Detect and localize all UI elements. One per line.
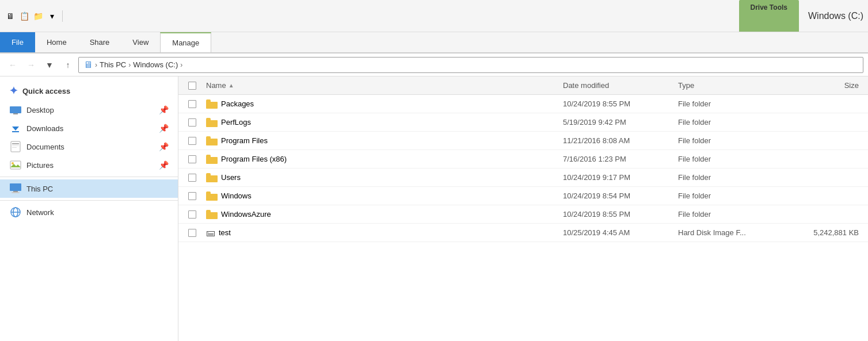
row-date: 5/19/2019 9:42 PM bbox=[558, 118, 673, 127]
table-row[interactable]: Program Files 11/21/2016 8:08 AM File fo… bbox=[178, 132, 868, 150]
pictures-icon bbox=[9, 159, 22, 171]
row-type: Hard Disk Image F... bbox=[673, 228, 789, 237]
dropdown-recent-button[interactable]: ▼ bbox=[41, 57, 58, 73]
hdd-icon: 🖴 bbox=[206, 228, 215, 238]
svg-rect-8 bbox=[10, 161, 21, 169]
row-name: 🖴 test bbox=[201, 228, 558, 238]
pin-documents-icon: 📌 bbox=[159, 142, 169, 151]
downloads-icon bbox=[9, 122, 22, 135]
pin-downloads-icon: 📌 bbox=[159, 124, 169, 133]
row-checkbox[interactable] bbox=[183, 174, 201, 182]
table-row[interactable]: WindowsAzure 10/24/2019 8:55 PM File fol… bbox=[178, 205, 868, 224]
this-pc-icon bbox=[9, 182, 22, 195]
table-row[interactable]: Windows 10/24/2019 8:54 PM File folder bbox=[178, 187, 868, 205]
folder-icon bbox=[206, 99, 218, 109]
row-date: 10/24/2019 8:55 PM bbox=[558, 210, 673, 219]
pin-desktop-icon: 📌 bbox=[159, 105, 169, 114]
window-title: Windows (C:) bbox=[808, 11, 863, 21]
file-list-area: Name ▲ Date modified Type Size Packages … bbox=[178, 76, 868, 341]
drive-tools-tab[interactable]: Drive Tools bbox=[739, 0, 799, 32]
new-folder-icon[interactable]: 📋 bbox=[18, 10, 30, 22]
row-type: File folder bbox=[673, 210, 789, 219]
svg-rect-13 bbox=[12, 192, 20, 193]
row-checkbox[interactable] bbox=[183, 155, 201, 163]
folder-icon bbox=[206, 173, 218, 182]
row-name: PerfLogs bbox=[201, 118, 558, 127]
svg-point-10 bbox=[12, 162, 14, 164]
breadcrumb-this-pc[interactable]: This PC bbox=[100, 60, 126, 69]
properties-icon[interactable]: 🖥 bbox=[5, 10, 16, 22]
row-date: 10/25/2019 4:45 AM bbox=[558, 228, 673, 237]
svg-rect-11 bbox=[10, 183, 21, 191]
table-row[interactable]: Program Files (x86) 7/16/2016 1:23 PM Fi… bbox=[178, 150, 868, 168]
table-row[interactable]: Users 10/24/2019 9:17 PM File folder bbox=[178, 168, 868, 187]
row-size: 5,242,881 KB bbox=[789, 228, 863, 237]
sidebar-item-network-label: Network bbox=[26, 208, 54, 217]
row-type: File folder bbox=[673, 173, 789, 182]
svg-rect-5 bbox=[12, 143, 19, 144]
table-row[interactable]: Packages 10/24/2019 8:55 PM File folder bbox=[178, 95, 868, 113]
table-row[interactable]: PerfLogs 5/19/2019 9:42 PM File folder bbox=[178, 113, 868, 132]
paste-icon[interactable]: 📁 bbox=[32, 10, 44, 22]
row-name: Packages bbox=[201, 99, 558, 109]
address-path[interactable]: 🖥 › This PC › Windows (C:) › bbox=[78, 57, 863, 73]
main-layout: ✦ Quick access Desktop 📌 Downloads 📌 Doc… bbox=[0, 76, 868, 341]
sidebar-divider-2 bbox=[0, 200, 178, 201]
folder-icon bbox=[206, 191, 218, 201]
row-date: 7/16/2016 1:23 PM bbox=[558, 155, 673, 163]
documents-icon bbox=[9, 140, 22, 153]
address-bar: ← → ▼ ↑ 🖥 › This PC › Windows (C:) › bbox=[0, 53, 868, 76]
row-checkbox[interactable] bbox=[183, 100, 201, 108]
sidebar-item-this-pc[interactable]: This PC bbox=[0, 179, 178, 198]
sidebar-section-quick-access[interactable]: ✦ Quick access bbox=[0, 81, 178, 101]
path-pc-icon: 🖥 bbox=[83, 60, 93, 70]
row-name: Users bbox=[201, 173, 558, 182]
up-button[interactable]: ↑ bbox=[60, 57, 76, 73]
select-all-checkbox[interactable] bbox=[188, 82, 196, 90]
sidebar-divider-1 bbox=[0, 177, 178, 177]
folder-icon bbox=[206, 210, 218, 219]
svg-rect-6 bbox=[12, 145, 19, 146]
row-name: WindowsAzure bbox=[201, 210, 558, 219]
breadcrumb-windows-c[interactable]: Windows (C:) bbox=[133, 60, 178, 69]
quick-access-label: Quick access bbox=[22, 87, 70, 95]
row-checkbox[interactable] bbox=[183, 210, 201, 219]
dropdown-icon[interactable]: ▾ bbox=[46, 10, 58, 22]
forward-button[interactable]: → bbox=[23, 57, 39, 73]
sidebar-item-network[interactable]: Network bbox=[0, 203, 178, 221]
column-header-date[interactable]: Date modified bbox=[558, 81, 673, 90]
back-button[interactable]: ← bbox=[5, 57, 21, 73]
quick-access-toolbar: 🖥 📋 📁 ▾ bbox=[5, 10, 63, 22]
table-row[interactable]: 🖴 test 10/25/2019 4:45 AM Hard Disk Imag… bbox=[178, 224, 868, 242]
desktop-icon bbox=[9, 104, 22, 116]
file-list-header: Name ▲ Date modified Type Size bbox=[178, 76, 868, 95]
svg-rect-3 bbox=[12, 131, 19, 132]
sidebar-item-documents[interactable]: Documents 📌 bbox=[0, 137, 178, 156]
svg-rect-12 bbox=[13, 191, 18, 192]
folder-icon bbox=[206, 136, 218, 145]
row-checkbox[interactable] bbox=[183, 137, 201, 145]
tab-view[interactable]: View bbox=[121, 32, 160, 52]
column-header-name[interactable]: Name ▲ bbox=[201, 81, 558, 90]
row-checkbox[interactable] bbox=[183, 118, 201, 127]
row-date: 10/24/2019 9:17 PM bbox=[558, 173, 673, 182]
sidebar-item-pictures[interactable]: Pictures 📌 bbox=[0, 156, 178, 174]
tab-share[interactable]: Share bbox=[78, 32, 121, 52]
pin-pictures-icon: 📌 bbox=[159, 160, 169, 170]
sidebar-item-desktop[interactable]: Desktop 📌 bbox=[0, 101, 178, 119]
tab-file[interactable]: File bbox=[0, 32, 35, 52]
svg-marker-2 bbox=[12, 127, 19, 131]
svg-rect-4 bbox=[11, 141, 20, 152]
row-name: Program Files (x86) bbox=[201, 155, 558, 164]
sidebar-item-downloads[interactable]: Downloads 📌 bbox=[0, 119, 178, 137]
column-header-type[interactable]: Type bbox=[673, 81, 789, 90]
row-checkbox[interactable] bbox=[183, 192, 201, 200]
tab-manage[interactable]: Manage bbox=[160, 32, 211, 52]
row-type: File folder bbox=[673, 118, 789, 127]
folder-icon bbox=[206, 118, 218, 127]
column-header-size[interactable]: Size bbox=[789, 81, 863, 90]
header-checkbox[interactable] bbox=[183, 82, 201, 90]
sidebar-item-documents-label: Documents bbox=[26, 143, 64, 151]
row-checkbox[interactable] bbox=[183, 229, 201, 237]
tab-home[interactable]: Home bbox=[35, 32, 78, 52]
